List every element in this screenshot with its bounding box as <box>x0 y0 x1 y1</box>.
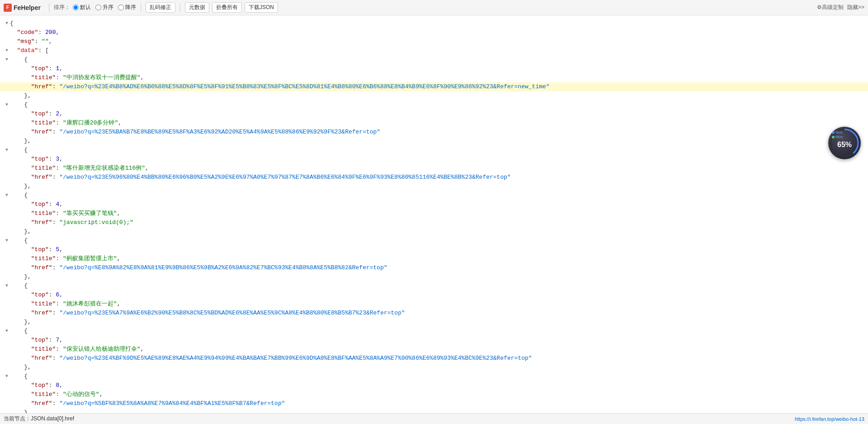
item5-toggle[interactable]: ▼ <box>4 238 10 244</box>
toolbar: F FeHelper 排序： 默认 升序 降序 乱码修正 元数据 折叠所有 下载… <box>0 0 868 15</box>
divider-3 <box>180 3 180 12</box>
item6-toggle[interactable]: ▼ <box>4 283 10 289</box>
sort-label: 排序： <box>54 4 70 11</box>
line-msg: "msg" : "" , <box>0 37 868 46</box>
item6-top: "top" : 6 , <box>0 291 868 300</box>
item7-top: "top" : 7 , <box>0 336 868 345</box>
item1-href: "href" : "/weibo?q=%23E4%B8%AD%E6%B6%88%… <box>0 82 868 91</box>
fold-btn[interactable]: 折叠所有 <box>212 2 242 13</box>
sort-default[interactable]: 默认 <box>73 4 91 11</box>
item8-open: ▼ { <box>0 372 868 381</box>
sort-default-label: 默认 <box>80 4 91 11</box>
item2-close: }, <box>0 137 868 146</box>
item3-close: }, <box>0 182 868 191</box>
item7-toggle[interactable]: ▼ <box>4 328 10 334</box>
item1-close: }, <box>0 91 868 100</box>
item3-href: "href" : "/weibo?q=%23E5%96%80%E4%BB%80%… <box>0 173 868 182</box>
sort-desc-radio[interactable] <box>118 5 124 10</box>
item6-title: "title" : "姚沐希彭措在一起" , <box>0 300 868 309</box>
download-btn-1[interactable]: 下载 <box>836 82 847 91</box>
item2-toggle[interactable]: ▼ <box>4 102 10 108</box>
line-data: ▼ "data" : [ <box>0 46 868 55</box>
item7-title: "title" : "保安认错人给杨迪助理打伞" , <box>0 345 868 354</box>
up-dot <box>832 131 835 134</box>
fix-btn[interactable]: 乱码修正 <box>146 2 175 13</box>
item4-title: "title" : "靠买买买赚了笔钱" , <box>0 209 868 218</box>
speed-widget: 0K/s 0K/s 65% <box>828 127 861 159</box>
sort-asc[interactable]: 升序 <box>95 4 113 11</box>
sort-asc-radio[interactable] <box>95 5 101 10</box>
item2-href: "href" : "/weibo?q=%23E5%BA%B7%E8%BE%89%… <box>0 128 868 137</box>
copy-btn-1[interactable]: 复制 <box>818 82 829 91</box>
hide-btn[interactable]: 隐藏>> <box>847 4 864 11</box>
item1-title: "title" : "中消协发布双十一消费提醒" , <box>0 73 868 82</box>
settings-btn[interactable]: ⚙高级定制 <box>817 4 844 11</box>
item8-toggle[interactable]: ▼ <box>4 373 10 380</box>
status-url: https://i.firefan.top/weibo-hot-13 <box>795 416 864 422</box>
item5-close: }, <box>0 272 868 281</box>
statusbar: 当前节点：JSON.data[0].href https://i.firefan… <box>0 413 868 424</box>
item4-close: }, <box>0 227 868 236</box>
delete-btn-1[interactable]: 删除 <box>854 82 864 91</box>
logo-icon: F <box>4 4 12 12</box>
item6-close: }, <box>0 318 868 327</box>
speed-up-row: 0K/s <box>832 130 843 134</box>
item4-top: "top" : 4 , <box>0 200 868 209</box>
item3-top: "top" : 3 , <box>0 155 868 164</box>
line-code: "code" : 200 , <box>0 28 868 37</box>
item2-top: "top" : 2 , <box>0 110 868 119</box>
sort-default-radio[interactable] <box>73 5 79 10</box>
speed-top-area: 0K/s 0K/s <box>832 130 843 139</box>
sort-desc[interactable]: 降序 <box>118 4 136 11</box>
item6-open: ▼ { <box>0 281 868 291</box>
json-viewer: ▼ { "code" : 200 , "msg" : "" , ▼ "data"… <box>0 15 868 424</box>
item1-toggle[interactable]: ▼ <box>4 57 10 63</box>
item6-href: "href" : "/weibo?q=%23E5%A7%9A%E6%B2%90%… <box>0 309 868 318</box>
logo-area: F FeHelper <box>4 4 41 12</box>
item3-title: "title" : "喀什新增无症状感染者116例" , <box>0 164 868 173</box>
root-open: ▼ { <box>0 19 868 28</box>
item2-title: "title" : "康辉口播20多分钟" , <box>0 119 868 128</box>
item7-href: "href" : "/weibo?q=%23E4%BF%9D%E5%AE%89%… <box>0 354 868 363</box>
logo-label: FeHelper <box>14 4 41 11</box>
item1-top: "top" : 1 , <box>0 64 868 73</box>
item5-href: "href" : "/weibo?q=%E8%9A%82%E8%9A%81%E9… <box>0 263 868 272</box>
down-dot <box>832 136 835 138</box>
item3-open: ▼ { <box>0 146 868 155</box>
root-toggle[interactable]: ▼ <box>4 20 10 27</box>
sort-radio-group: 默认 升序 降序 <box>73 4 136 11</box>
speed-circle: 0K/s 0K/s 65% <box>828 127 861 159</box>
sort-asc-label: 升序 <box>103 4 113 11</box>
item3-toggle[interactable]: ▼ <box>4 147 10 153</box>
data-toggle[interactable]: ▼ <box>4 48 10 54</box>
item7-open: ▼ { <box>0 327 868 336</box>
item2-open: ▼ { <box>0 100 868 110</box>
item5-open: ▼ { <box>0 236 868 245</box>
item5-title: "title" : "蚂蚁集团暂缓上市" , <box>0 254 868 263</box>
toolbar-right: ⚙高级定制 隐藏>> <box>817 4 864 11</box>
item4-open: ▼ { <box>0 191 868 200</box>
speed-down-row: 0K/s <box>832 135 843 139</box>
divider-2 <box>141 3 141 12</box>
speed-down-value: 0K/s <box>835 135 843 139</box>
item8-top: "top" : 8 , <box>0 381 868 390</box>
item7-close: }, <box>0 363 868 372</box>
item8-title: "title" : "心动的信号" , <box>0 390 868 399</box>
item4-toggle[interactable]: ▼ <box>4 192 10 199</box>
current-node-label: 当前节点：JSON.data[0].href <box>4 415 74 423</box>
item8-href: "href" : "/weibo?q=%5BF%83%E5%8A%A8%E7%9… <box>0 399 868 408</box>
item4-href: "href" : "javascript:void(0);" <box>0 218 868 227</box>
download-btn[interactable]: 下载JSON <box>245 2 278 13</box>
meta-btn[interactable]: 元数据 <box>185 2 209 13</box>
divider-1 <box>49 3 49 12</box>
item5-top: "top" : 5 , <box>0 245 868 254</box>
speed-up-value: 0K/s <box>835 130 843 134</box>
sort-desc-label: 降序 <box>125 4 136 11</box>
speed-percent: 65% <box>837 141 852 149</box>
item1-open: ▼ { <box>0 55 868 64</box>
